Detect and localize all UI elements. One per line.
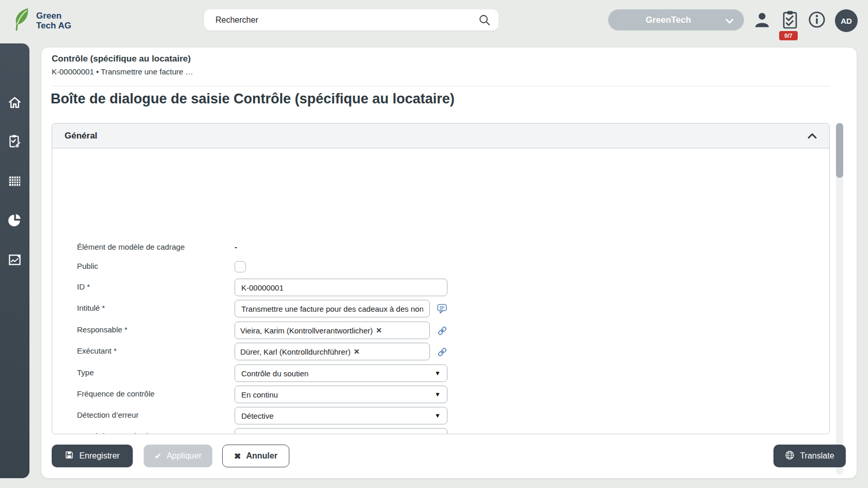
public-checkbox[interactable] [235,261,246,272]
chevron-down-icon [725,17,734,27]
public-label: Public [77,262,98,270]
user-icon[interactable] [753,11,771,29]
scrollbar-track[interactable] [836,123,843,475]
cancel-button[interactable]: ✖ Annuler [222,445,289,467]
sidebar-item-audits[interactable] [8,134,22,148]
responsible-clear-icon[interactable]: ✕ [376,326,382,334]
brand-logo: Green Tech AG [12,7,71,34]
home-icon [8,103,22,111]
global-search [204,9,499,30]
search-input[interactable] [204,16,478,25]
translate-button-label: Translate [800,451,834,461]
breadcrumb-title: Contrôle (spécifique au locataire) [52,54,191,64]
sidebar-item-table[interactable] [8,174,22,188]
search-icon[interactable] [478,13,491,27]
id-field[interactable] [235,279,447,296]
type-select[interactable]: Contrôle du soutien ▼ [235,364,447,382]
check-icon: ✔ [154,451,161,461]
globe-icon [785,450,795,462]
automation-select[interactable]: Semi-automatique ▼ [235,428,447,434]
audit-clipboard-icon [8,142,22,149]
error-detection-value: Détective [241,411,274,420]
section-general-title: Général [65,131,97,141]
dropdown-arrow-icon: ▼ [435,412,441,419]
cancel-button-label: Annuler [246,451,277,461]
responsible-label: Responsable * [77,325,128,334]
translate-button[interactable]: Translate [773,445,846,467]
executor-link-icon[interactable] [437,346,448,358]
dropdown-arrow-icon: ▼ [435,433,441,434]
chevron-up-icon[interactable] [807,130,818,142]
scrollbar-thumb[interactable] [836,123,843,178]
title-label: Intitulé * [77,303,105,312]
page-title: Boîte de dialogue de saisie Contrôle (sp… [51,91,455,107]
apply-button[interactable]: ✔ Appliquer [144,445,212,467]
brand-name: Green Tech AG [36,11,71,30]
responsible-field[interactable]: Vieira, Karim (Kontrollverantwortlicher)… [235,322,430,339]
frequency-label: Fréquence de contrôle [77,389,154,398]
dropdown-arrow-icon: ▼ [435,391,441,398]
save-button[interactable]: Enregistrer [52,445,133,467]
title-comment-icon[interactable] [437,303,448,314]
executor-field[interactable]: Dürer, Karl (Kontrolldurchführer) ✕ [235,343,430,360]
id-label: ID * [77,282,90,291]
sidebar-item-home[interactable] [8,96,22,110]
leaf-logo-icon [12,7,32,34]
sidebar-item-reports[interactable] [8,253,22,267]
tasks-count-badge: 0/7 [779,31,798,40]
sidebar-item-analytics[interactable] [8,213,22,227]
tenant-selector[interactable]: GreenTech [608,9,744,30]
info-icon[interactable] [808,11,826,29]
type-label: Type [77,368,94,377]
save-icon [65,450,74,462]
automation-value: Semi-automatique [241,433,304,435]
top-bar: Green Tech AG GreenTech 0/ [0,0,868,43]
avatar[interactable]: AD [835,9,858,32]
save-button-label: Enregistrer [79,451,119,461]
error-detection-label: Détection d’erreur [77,410,138,419]
section-general: Général Élément de modèle de cadrage - P… [52,123,830,434]
apply-button-label: Appliquer [166,451,202,461]
executor-label: Exécutant * [77,346,117,355]
breadcrumb-subtitle: K-00000001 • Transmettre une facture … [52,67,193,76]
title-field[interactable] [235,300,430,317]
tasks-clipboard-icon[interactable] [781,10,799,28]
executor-clear-icon[interactable]: ✕ [353,347,360,356]
automation-label: Degré d’automatisation [77,432,157,434]
report-chart-icon [8,261,22,268]
pie-chart-icon [8,221,22,228]
sidebar [0,43,29,478]
executor-value: Dürer, Karl (Kontrolldurchführer) [240,347,350,356]
framework-template-value: - [235,242,237,251]
responsible-value: Vieira, Karim (Kontrollverantwortlicher) [240,326,373,335]
frequency-select[interactable]: En continu ▼ [235,386,447,403]
cancel-x-icon: ✖ [234,451,241,461]
responsible-link-icon[interactable] [437,325,448,337]
frequency-value: En continu [241,390,278,399]
tenant-selector-label: GreenTech [646,15,691,25]
main-card: Contrôle (spécifique au locataire) K-000… [41,48,857,478]
divider [52,86,830,86]
framework-template-label: Élément de modèle de cadrage [77,242,184,251]
data-grid-icon [8,182,22,190]
type-value: Contrôle du soutien [241,369,308,378]
dropdown-arrow-icon: ▼ [435,370,441,377]
error-detection-select[interactable]: Détective ▼ [235,407,447,424]
section-general-header[interactable]: Général [52,124,829,148]
